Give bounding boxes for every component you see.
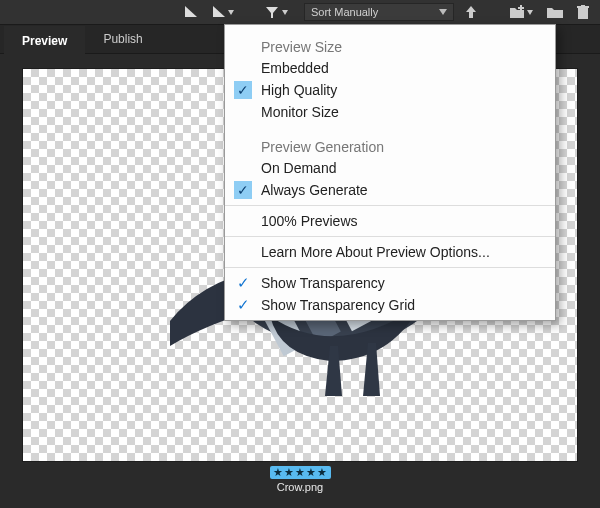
svg-rect-1	[518, 7, 524, 9]
menu-divider	[225, 236, 555, 237]
item-label: 100% Previews	[261, 213, 358, 229]
sort-ascending-icon[interactable]	[460, 2, 482, 22]
sort-label: Sort Manually	[311, 6, 378, 18]
section-preview-generation: Preview Generation	[225, 135, 555, 157]
item-high-quality[interactable]: ✓ High Quality	[225, 79, 555, 101]
tab-publish[interactable]: Publish	[85, 25, 160, 53]
item-label: Show Transparency Grid	[261, 297, 415, 313]
file-info: ★★★★★ Crow.png	[22, 462, 578, 496]
item-label: Learn More About Preview Options...	[261, 244, 490, 260]
chevron-down-icon	[439, 9, 447, 15]
item-label: Show Transparency	[261, 275, 385, 291]
check-icon: ✓	[225, 181, 261, 199]
menu-divider	[225, 205, 555, 206]
item-on-demand[interactable]: On Demand	[225, 157, 555, 179]
open-folder-icon[interactable]	[544, 2, 566, 22]
item-label: High Quality	[261, 82, 337, 98]
toolbar: Sort Manually	[0, 0, 600, 24]
check-icon: ✓	[225, 296, 261, 314]
item-learn-more[interactable]: Learn More About Preview Options...	[225, 241, 555, 263]
item-label: On Demand	[261, 160, 336, 176]
svg-rect-4	[581, 5, 585, 6]
stack-dropdown-icon[interactable]	[208, 2, 240, 22]
file-name: Crow.png	[277, 481, 323, 493]
item-always-generate[interactable]: ✓ Always Generate	[225, 179, 555, 201]
item-embedded[interactable]: Embedded	[225, 57, 555, 79]
check-icon: ✓	[225, 274, 261, 292]
stack-icon[interactable]	[180, 2, 202, 22]
item-show-transparency[interactable]: ✓ Show Transparency	[225, 272, 555, 294]
tab-preview[interactable]: Preview	[4, 26, 85, 54]
rating-stars[interactable]: ★★★★★	[270, 466, 331, 479]
section-preview-size: Preview Size	[225, 35, 555, 57]
new-folder-plus-icon[interactable]	[506, 2, 538, 22]
trash-icon[interactable]	[572, 2, 594, 22]
svg-rect-3	[577, 6, 589, 8]
item-label: Monitor Size	[261, 104, 339, 120]
item-monitor-size[interactable]: Monitor Size	[225, 101, 555, 123]
item-label: Embedded	[261, 60, 329, 76]
item-label: Always Generate	[261, 182, 368, 198]
preview-options-menu: Preview Size Embedded ✓ High Quality Mon…	[224, 24, 556, 321]
item-show-transparency-grid[interactable]: ✓ Show Transparency Grid	[225, 294, 555, 316]
filter-dropdown-icon[interactable]	[262, 2, 294, 22]
item-100-percent-previews[interactable]: 100% Previews	[225, 210, 555, 232]
check-icon: ✓	[225, 81, 261, 99]
sort-dropdown[interactable]: Sort Manually	[304, 3, 454, 21]
menu-divider	[225, 267, 555, 268]
svg-rect-2	[578, 8, 588, 19]
